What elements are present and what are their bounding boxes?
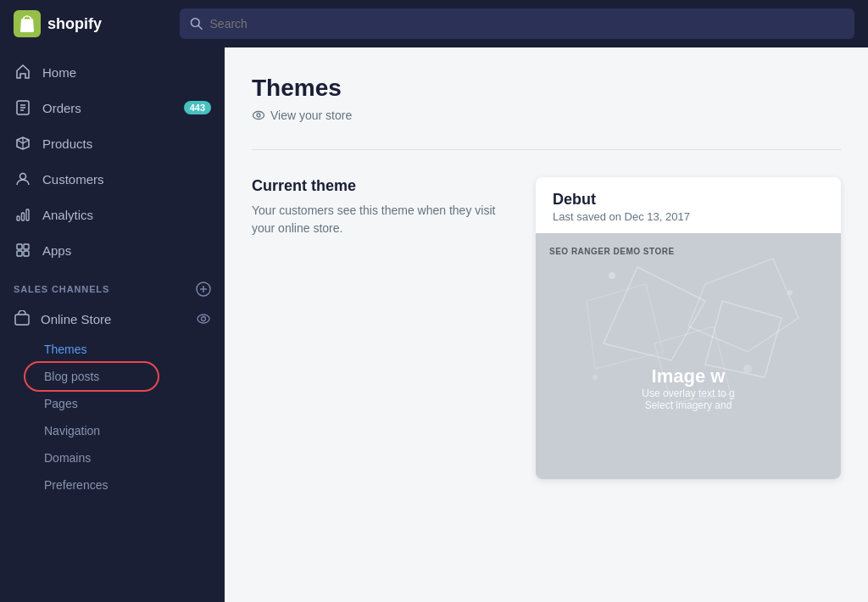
sidebar-item-orders[interactable]: Orders 443	[0, 90, 225, 125]
svg-marker-23	[688, 259, 798, 352]
theme-card-header: Debut Last saved on Dec 13, 2017	[536, 177, 841, 233]
subnav-item-blog-posts[interactable]: Blog posts	[0, 363, 225, 390]
svg-rect-7	[17, 216, 19, 220]
svg-point-28	[787, 290, 793, 295]
svg-point-19	[202, 317, 206, 321]
svg-point-29	[743, 365, 752, 373]
divider	[252, 149, 841, 150]
current-theme-description: Current theme Your customers see this th…	[252, 177, 502, 237]
theme-preview-big-text: Image w	[642, 365, 734, 387]
online-store-subnav: Themes Blog posts Pages Navigation Domai…	[0, 336, 225, 505]
main-layout: Home Orders 443 Prod	[0, 47, 868, 602]
svg-point-30	[593, 375, 598, 380]
sidebar-item-apps[interactable]: Apps	[0, 232, 225, 268]
subnav-item-themes[interactable]: Themes	[0, 336, 225, 363]
subnav-item-pages[interactable]: Pages	[0, 390, 225, 417]
analytics-icon	[14, 205, 32, 224]
theme-preview-area: SEO RANGER DEMO STORE	[536, 233, 841, 479]
theme-preview-small-text1: Use overlay text to g	[642, 387, 734, 399]
online-store-icon	[14, 310, 31, 327]
svg-point-6	[20, 174, 26, 180]
theme-preview-small-text2: Select imagery and	[642, 399, 734, 411]
current-theme-description-text: Your customers see this theme when they …	[252, 202, 502, 237]
sales-channels-header: Sales Channels	[0, 268, 225, 302]
sidebar-item-products[interactable]: Products	[0, 125, 225, 161]
online-store-visibility-icon[interactable]	[196, 311, 211, 326]
eye-icon	[252, 109, 265, 122]
theme-card-debut: Debut Last saved on Dec 13, 2017 SEO RAN…	[536, 177, 841, 479]
svg-rect-12	[17, 251, 22, 256]
theme-saved-date: Last saved on Dec 13, 2017	[553, 210, 824, 223]
theme-preview-text-overlay: Image w Use overlay text to g Select ima…	[642, 365, 734, 411]
orders-badge: 443	[184, 101, 211, 114]
logo-text: shopify	[47, 15, 102, 33]
svg-marker-22	[604, 267, 705, 360]
search-bar[interactable]	[180, 8, 854, 39]
svg-rect-8	[22, 213, 25, 220]
svg-line-1	[198, 25, 202, 29]
search-icon	[190, 17, 203, 31]
current-theme-heading: Current theme	[252, 177, 502, 195]
theme-name: Debut	[553, 191, 824, 209]
logo[interactable]: shopify	[14, 10, 166, 37]
svg-rect-11	[24, 244, 29, 249]
svg-rect-13	[24, 251, 29, 256]
sidebar-item-home[interactable]: Home	[0, 54, 225, 90]
subnav-item-navigation[interactable]: Navigation	[0, 417, 225, 444]
svg-rect-9	[26, 209, 29, 220]
page-title: Themes	[252, 75, 841, 102]
customers-icon	[14, 170, 32, 188]
svg-point-27	[609, 272, 615, 279]
svg-rect-17	[15, 315, 29, 325]
svg-point-20	[253, 112, 264, 120]
theme-preview-shapes	[536, 233, 841, 479]
sidebar-item-analytics[interactable]: Analytics	[0, 197, 225, 232]
sidebar-item-customers[interactable]: Customers	[0, 161, 225, 197]
apps-icon	[14, 241, 32, 259]
subnav-item-domains[interactable]: Domains	[0, 444, 225, 471]
add-sales-channel-button[interactable]	[196, 281, 211, 297]
orders-icon	[14, 98, 32, 117]
main-content-area: Themes View your store Current theme You…	[225, 47, 868, 602]
search-input[interactable]	[210, 17, 844, 31]
home-icon	[14, 63, 32, 81]
svg-point-21	[257, 114, 260, 117]
top-navigation: shopify	[0, 0, 868, 47]
svg-point-18	[198, 315, 209, 323]
sidebar-item-online-store[interactable]: Online Store	[0, 302, 225, 336]
sidebar: Home Orders 443 Prod	[0, 47, 225, 602]
subnav-item-preferences[interactable]: Preferences	[0, 471, 225, 499]
svg-rect-10	[17, 244, 22, 249]
shopify-bag-icon	[14, 10, 41, 37]
products-icon	[14, 134, 32, 153]
view-store-link[interactable]: View your store	[252, 109, 841, 122]
